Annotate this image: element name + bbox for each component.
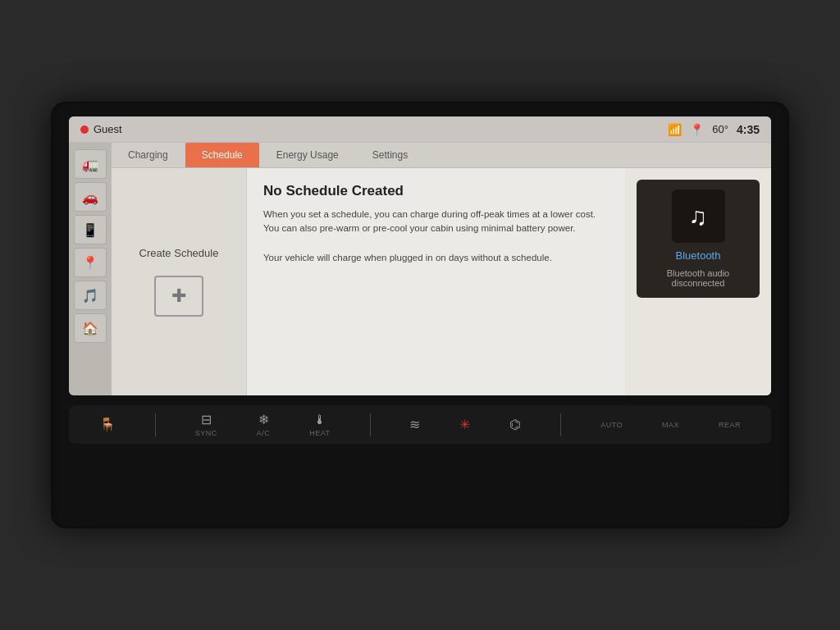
ctrl-fan-speed[interactable]: ⌬ xyxy=(509,417,521,432)
no-schedule-title: No Schedule Created xyxy=(263,183,609,199)
ctrl-max[interactable]: MAX xyxy=(662,421,679,429)
music-icon-box: ♫ xyxy=(672,189,725,243)
tab-energy-usage[interactable]: Energy Usage xyxy=(260,143,356,167)
ctrl-divider-2 xyxy=(370,413,371,436)
bluetooth-status: Bluetooth audio disconnected xyxy=(646,268,750,288)
no-schedule-description-1: When you set a schedule, you can charge … xyxy=(263,208,609,236)
tab-settings[interactable]: Settings xyxy=(356,143,425,167)
body-content: Create Schedule ✚ No Schedule Created Wh… xyxy=(112,168,771,395)
content-area: Charging Schedule Energy Usage Settings … xyxy=(112,143,771,395)
fan-icon: ✳ xyxy=(459,417,470,432)
sidebar-item-music[interactable]: 🎵 xyxy=(74,281,107,310)
music-note-icon: ♫ xyxy=(689,203,708,231)
header-right: 📶 📍 60° 4:35 xyxy=(668,123,760,136)
tab-schedule[interactable]: Schedule xyxy=(185,143,260,167)
ctrl-heat[interactable]: 🌡 HEAT xyxy=(309,413,330,437)
sidebar: 🚛 🚗 📱 📍 🎵 🏠 xyxy=(69,143,112,395)
ctrl-auto[interactable]: AUTO xyxy=(600,421,623,429)
create-schedule-panel[interactable]: Create Schedule ✚ xyxy=(112,168,247,395)
ctrl-seat[interactable]: 🪑 xyxy=(99,417,116,432)
add-schedule-button[interactable]: ✚ xyxy=(154,276,203,317)
ctrl-divider-3 xyxy=(560,413,561,436)
sidebar-item-phone[interactable]: 📱 xyxy=(74,215,107,244)
ctrl-divider-1 xyxy=(155,413,156,436)
tab-bar: Charging Schedule Energy Usage Settings xyxy=(112,143,771,168)
sidebar-item-location[interactable]: 📍 xyxy=(74,248,107,277)
heat-icon: 🌡 xyxy=(313,413,326,427)
heat-label: HEAT xyxy=(309,429,330,437)
create-schedule-label: Create Schedule xyxy=(139,247,219,259)
sync-icon: ⊟ xyxy=(201,412,212,427)
location-icon: 📍 xyxy=(690,123,704,136)
main-screen: Guest 📶 📍 60° 4:35 🚛 🚗 📱 📍 🎵 🏠 xyxy=(69,116,771,395)
ac-label: A/C xyxy=(257,429,271,437)
ctrl-ac[interactable]: ❄ A/C xyxy=(257,412,271,437)
info-panel: No Schedule Created When you set a sched… xyxy=(247,168,625,395)
bluetooth-label: Bluetooth xyxy=(676,249,721,262)
sync-label: SYNC xyxy=(195,429,217,437)
ctrl-fan[interactable]: ✳ xyxy=(459,417,470,432)
header-left: Guest xyxy=(80,123,122,135)
header-bar: Guest 📶 📍 60° 4:35 xyxy=(69,116,771,143)
vent-icon: ≋ xyxy=(409,417,420,432)
sidebar-item-truck[interactable]: 🚛 xyxy=(74,149,107,179)
rear-label: REAR xyxy=(719,421,741,429)
bottom-controls: 🪑 ⊟ SYNC ❄ A/C 🌡 HEAT ≋ ✳ ⌬ AUTO MAX xyxy=(69,405,771,444)
user-name: Guest xyxy=(94,123,122,135)
ctrl-rear[interactable]: REAR xyxy=(719,421,741,429)
main-area: 🚛 🚗 📱 📍 🎵 🏠 Charging Schedule Energy Usa… xyxy=(69,143,771,395)
no-schedule-description-2: Your vehicle will charge when plugged in… xyxy=(263,251,609,265)
user-status-dot xyxy=(80,126,89,134)
sidebar-item-car[interactable]: 🚗 xyxy=(74,182,107,212)
ctrl-vent[interactable]: ≋ xyxy=(409,417,420,432)
wifi-icon: 📶 xyxy=(668,123,682,136)
seat-icon: 🪑 xyxy=(99,417,116,432)
ctrl-sync[interactable]: ⊟ SYNC xyxy=(195,412,217,437)
clock-display: 4:35 xyxy=(737,123,760,136)
auto-label: AUTO xyxy=(600,421,623,429)
max-label: MAX xyxy=(662,421,679,429)
temperature-display: 60° xyxy=(712,123,728,135)
sidebar-item-home[interactable]: 🏠 xyxy=(74,313,107,343)
car-infotainment-bezel: Guest 📶 📍 60° 4:35 🚛 🚗 📱 📍 🎵 🏠 xyxy=(51,102,789,528)
tab-charging[interactable]: Charging xyxy=(112,143,185,167)
plus-icon: ✚ xyxy=(171,285,186,307)
bluetooth-widget[interactable]: ♫ Bluetooth Bluetooth audio disconnected xyxy=(637,180,760,298)
fan-speed-icon: ⌬ xyxy=(509,417,521,432)
ac-icon: ❄ xyxy=(258,412,269,427)
